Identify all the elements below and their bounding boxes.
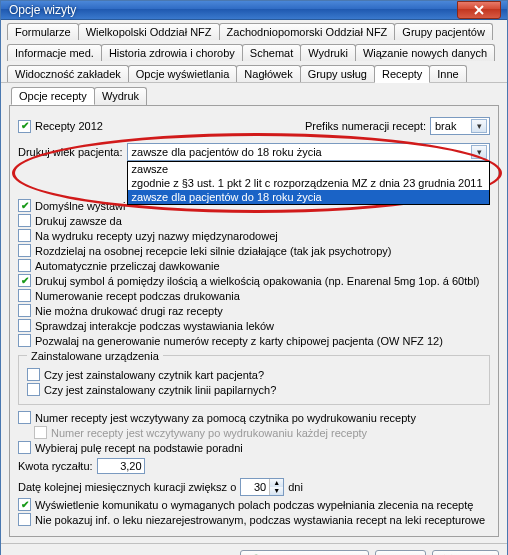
tabs-row-3: Widoczność zakładek Opcje wyświetlania N… xyxy=(1,61,507,83)
tab-naglowek[interactable]: Nagłówek xyxy=(236,65,300,83)
checkbox-recepty2012[interactable] xyxy=(18,120,31,133)
label-opt-4[interactable]: Automatycznie przeliczaj dawkowanie xyxy=(35,260,220,272)
label-opt-3[interactable]: Rozdzielaj na osobnej recepcie leki siln… xyxy=(35,245,391,257)
checkbox-wysw-kom[interactable] xyxy=(18,498,31,511)
close-button[interactable] xyxy=(457,1,501,19)
checkbox-wybieraj-pule[interactable] xyxy=(18,441,31,454)
tab-grupy-pacjentow[interactable]: Grupy pacjentów xyxy=(394,23,493,40)
label-opt-2[interactable]: Na wydruku recepty uzyj nazwy międzynaro… xyxy=(35,230,278,242)
checkbox-opt-7[interactable] xyxy=(18,304,31,317)
label-opt-7[interactable]: Nie można drukować drugi raz recepty xyxy=(35,305,223,317)
checkbox-opt-3[interactable] xyxy=(18,244,31,257)
label-opt-5[interactable]: Drukuj symbol á pomiędzy ilością a wielk… xyxy=(35,275,480,287)
label-drukuj-wiek: Drukuj wiek pacjenta: xyxy=(18,146,123,158)
btn-cancel[interactable]: Anuluj xyxy=(432,550,499,555)
checkbox-opt-4[interactable] xyxy=(18,259,31,272)
checkbox-czytnik-kart[interactable] xyxy=(27,368,40,381)
label-wysw-kom[interactable]: Wyświetlenie komunikatu o wymaganych pol… xyxy=(35,499,473,511)
subtab-opcje-recepty[interactable]: Opcje recepty xyxy=(11,87,95,105)
checkbox-czytnik-linii[interactable] xyxy=(27,383,40,396)
spinner-up-icon[interactable]: ▲ xyxy=(269,479,283,487)
tab-wiazanie[interactable]: Wiązanie nowych danych xyxy=(355,44,495,61)
checkbox-opt-5[interactable] xyxy=(18,274,31,287)
tabs-row-1: Formularze Wielkopolski Oddział NFZ Zach… xyxy=(1,20,507,40)
tab-widocznosc[interactable]: Widoczność zakładek xyxy=(7,65,129,83)
tab-zachodniopomorski[interactable]: Zachodniopomorski Oddział NFZ xyxy=(219,23,396,40)
tab-grupy-uslug[interactable]: Grupy usług xyxy=(300,65,375,83)
tab-formularze[interactable]: Formularze xyxy=(7,23,79,40)
label-opt-6[interactable]: Numerowanie recept podczas drukowania xyxy=(35,290,240,302)
label-kuracja-pre: Datę kolejnej miesięcznych kuracji zwięk… xyxy=(18,481,236,493)
tab-inne[interactable]: Inne xyxy=(429,65,466,83)
label-kuracja-post: dni xyxy=(288,481,303,493)
select-drukuj-wiek[interactable]: zawsze dla pacjentów do 18 roku życia za… xyxy=(127,143,490,161)
chevron-down-icon xyxy=(471,145,487,159)
select-prefiks-value: brak xyxy=(435,120,456,132)
group-title-zainst: Zainstalowane urządzenia xyxy=(27,350,163,362)
label-recepty2012[interactable]: Recepty 2012 xyxy=(35,120,103,132)
label-numer-kazdej: Numer recepty jest wczytywany po wydruko… xyxy=(51,427,367,439)
label-opt-1[interactable]: Drukuj zawsze da xyxy=(35,215,122,227)
subtab-wydruk[interactable]: Wydruk xyxy=(94,87,147,105)
dd-item-do18[interactable]: zawsze dla pacjentów do 18 roku życia xyxy=(128,190,489,204)
chevron-down-icon xyxy=(471,119,487,133)
tab-opcje-wysw[interactable]: Opcje wyświetlania xyxy=(128,65,238,83)
tabs-row-2: Informacje med. Historia zdrowia i choro… xyxy=(1,40,507,61)
select-prefiks[interactable]: brak xyxy=(430,117,490,135)
btn-defaults[interactable]: Wartości domyślne xyxy=(240,550,369,555)
group-zainstalowane: Zainstalowane urządzenia Czy jest zainst… xyxy=(18,355,490,405)
label-numer-czytnik[interactable]: Numer recepty jest wczytywany za pomocą … xyxy=(35,412,416,424)
label-wybieraj-pule[interactable]: Wybieraj pulę recept na podstawie poradn… xyxy=(35,442,243,454)
checkbox-numer-czytnik[interactable] xyxy=(18,411,31,424)
checkbox-nie-pokazuj[interactable] xyxy=(18,513,31,526)
checkbox-numer-kazdej xyxy=(34,426,47,439)
close-icon xyxy=(473,5,485,15)
label-czytnik-linii[interactable]: Czy jest zainstalowany czytnik linii pap… xyxy=(44,384,276,396)
label-prefiks: Prefiks numeracji recept: xyxy=(305,120,426,132)
tab-recepty[interactable]: Recepty xyxy=(374,65,430,83)
label-opt-9[interactable]: Pozwalaj na generowanie numerów recepty … xyxy=(35,335,443,347)
tab-schemat[interactable]: Schemat xyxy=(242,44,301,61)
select-drukuj-wiek-list: zawsze zgodnie z §3 ust. 1 pkt 2 lit c r… xyxy=(127,161,490,205)
tab-wydruki[interactable]: Wydruki xyxy=(300,44,356,61)
checkbox-opt-0[interactable] xyxy=(18,199,31,212)
dd-item-rozp[interactable]: zgodnie z §3 ust. 1 pkt 2 lit c rozporzą… xyxy=(128,176,489,190)
input-kwota[interactable] xyxy=(97,458,145,474)
tab-historia[interactable]: Historia zdrowia i choroby xyxy=(101,44,243,61)
label-czytnik-kart[interactable]: Czy jest zainstalowany czytnik kart pacj… xyxy=(44,369,264,381)
checkbox-opt-8[interactable] xyxy=(18,319,31,332)
checkbox-opt-1[interactable] xyxy=(18,214,31,227)
tab-wielkopolski[interactable]: Wielkopolski Oddział NFZ xyxy=(78,23,220,40)
dd-item-zawsze[interactable]: zawsze xyxy=(128,162,489,176)
dialog-window: Opcje wizyty Formularze Wielkopolski Odd… xyxy=(0,0,508,555)
titlebar: Opcje wizyty xyxy=(1,1,507,20)
label-kwota: Kwota ryczałtu: xyxy=(18,460,93,472)
select-drukuj-wiek-value: zawsze dla pacjentów do 18 roku życia xyxy=(132,146,322,158)
tab-informacje-med[interactable]: Informacje med. xyxy=(7,44,102,61)
footer: Wartości domyślne OK Anuluj xyxy=(1,543,507,555)
checkbox-opt-2[interactable] xyxy=(18,229,31,242)
input-kuracja[interactable] xyxy=(241,480,269,494)
spinner-kuracja[interactable]: ▲▼ xyxy=(240,478,284,496)
checkbox-opt-9[interactable] xyxy=(18,334,31,347)
label-nie-pokazuj[interactable]: Nie pokazuj inf. o leku niezarejestrowan… xyxy=(35,514,485,526)
checkbox-opt-6[interactable] xyxy=(18,289,31,302)
label-opt-8[interactable]: Sprawdzaj interakcje podczas wystawiania… xyxy=(35,320,274,332)
subtabs: Opcje recepty Wydruk xyxy=(1,82,507,105)
btn-ok[interactable]: OK xyxy=(375,550,427,555)
label-opt-0[interactable]: Domyślne wystawi xyxy=(35,200,125,212)
spinner-down-icon[interactable]: ▼ xyxy=(269,487,283,495)
main-panel: Recepty 2012 Prefiks numeracji recept: b… xyxy=(9,105,499,537)
window-title: Opcje wizyty xyxy=(9,3,76,17)
